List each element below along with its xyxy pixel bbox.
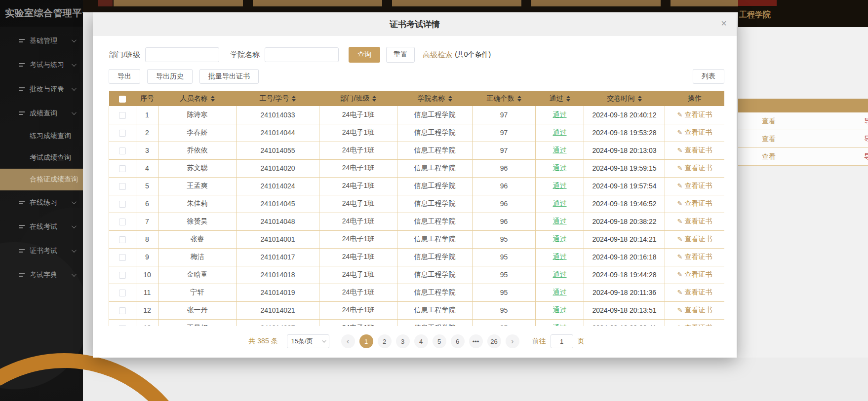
- page-button[interactable]: 5: [433, 334, 446, 348]
- action-cell: ✎查看证书: [665, 230, 725, 248]
- page-size-select[interactable]: 15条/页: [287, 334, 329, 348]
- row-checkbox[interactable]: [119, 290, 126, 296]
- row-checkbox[interactable]: [119, 147, 126, 154]
- sidebar-subitem[interactable]: 合格证成绩查询: [0, 169, 83, 190]
- row-checkbox[interactable]: [119, 325, 126, 326]
- next-page-button[interactable]: ›: [506, 334, 519, 348]
- pass-status-link[interactable]: 通过: [553, 164, 567, 172]
- sidebar-item[interactable]: 在线练习: [0, 190, 83, 215]
- view-certificate-link[interactable]: ✎查看证书: [677, 182, 712, 189]
- sidebar-item[interactable]: 批改与评卷: [0, 77, 83, 101]
- menu-lines-icon: [19, 110, 25, 116]
- more-pages-button[interactable]: •••: [469, 334, 483, 348]
- sort-icon[interactable]: [638, 96, 642, 102]
- pass-status-link[interactable]: 通过: [553, 270, 567, 278]
- sidebar-item[interactable]: 在线考试: [0, 215, 83, 239]
- action-cell: ✎查看证书: [665, 284, 725, 301]
- view-certificate-link[interactable]: ✎查看证书: [677, 324, 712, 326]
- batch-export-cert-button[interactable]: 批量导出证书: [199, 69, 259, 84]
- menu-lines-icon: [19, 62, 25, 68]
- menu-lines-icon: [19, 200, 25, 205]
- query-button[interactable]: 查询: [349, 47, 380, 63]
- page-button[interactable]: 1: [359, 334, 373, 348]
- page-button[interactable]: 6: [451, 334, 465, 348]
- sort-asc-icon: [211, 96, 215, 98]
- prev-page-button[interactable]: ‹: [341, 334, 355, 348]
- pass-status-link[interactable]: 通过: [553, 253, 567, 260]
- sort-asc-icon: [448, 96, 452, 98]
- sidebar-subitem[interactable]: 考试成绩查询: [0, 147, 83, 169]
- view-certificate-label: 查看证书: [684, 182, 712, 189]
- row-checkbox[interactable]: [119, 219, 126, 225]
- menu-lines-icon: [19, 38, 25, 43]
- sort-icon[interactable]: [292, 96, 296, 102]
- sort-icon[interactable]: [372, 96, 376, 102]
- pass-status-link[interactable]: 通过: [553, 324, 567, 326]
- sidebar-item[interactable]: 成绩查询: [0, 101, 83, 125]
- view-certificate-link[interactable]: ✎查看证书: [677, 128, 712, 136]
- pass-status-link[interactable]: 通过: [553, 306, 567, 314]
- view-certificate-link[interactable]: ✎查看证书: [677, 288, 712, 296]
- row-checkbox[interactable]: [119, 165, 126, 172]
- view-certificate-link[interactable]: ✎查看证书: [677, 217, 712, 225]
- row-checkbox[interactable]: [119, 112, 126, 119]
- row-select-cell: [109, 159, 136, 177]
- view-certificate-link[interactable]: ✎查看证书: [677, 306, 712, 314]
- pass-cell: 通过: [536, 213, 584, 230]
- pass-status-link[interactable]: 通过: [553, 217, 567, 225]
- pass-status-link[interactable]: 通过: [553, 288, 567, 296]
- row-select-cell: [109, 213, 136, 230]
- pass-cell: 通过: [536, 266, 584, 284]
- view-certificate-link[interactable]: ✎查看证书: [677, 199, 712, 207]
- sidebar-item[interactable]: 考试与练习: [0, 53, 83, 77]
- view-certificate-link[interactable]: ✎查看证书: [677, 164, 712, 172]
- sidebar-item[interactable]: 基础管理: [0, 29, 83, 53]
- row-checkbox[interactable]: [119, 130, 126, 137]
- college-name: 信息工程学院: [397, 319, 473, 326]
- submit-time: 2024-09-18 19:57:54: [584, 177, 665, 195]
- person-name: 梅洁: [158, 248, 237, 266]
- export-history-button[interactable]: 导出历史: [147, 69, 193, 84]
- export-button[interactable]: 导出: [109, 69, 140, 84]
- list-view-button[interactable]: 列表: [693, 69, 724, 84]
- advanced-search-link[interactable]: 高级检索: [423, 50, 452, 60]
- view-certificate-link[interactable]: ✎查看证书: [677, 253, 712, 260]
- sidebar-item[interactable]: 证书考试: [0, 239, 83, 263]
- view-certificate-label: 查看证书: [684, 128, 712, 136]
- goto-page-input[interactable]: [551, 334, 573, 348]
- pass-status-link[interactable]: 通过: [553, 146, 567, 154]
- row-checkbox[interactable]: [119, 201, 126, 208]
- reset-button[interactable]: 重置: [386, 47, 415, 63]
- pass-status-link[interactable]: 通过: [553, 199, 567, 207]
- page-button[interactable]: 4: [414, 334, 428, 348]
- background-link-fragment: 查看: [762, 152, 776, 161]
- sort-icon[interactable]: [448, 96, 452, 102]
- college-name-input[interactable]: [265, 47, 339, 62]
- row-checkbox[interactable]: [119, 236, 126, 243]
- view-certificate-link[interactable]: ✎查看证书: [677, 235, 712, 243]
- sort-icon[interactable]: [566, 96, 570, 102]
- row-checkbox[interactable]: [119, 272, 126, 279]
- dept-class: 24电子1班: [319, 230, 397, 248]
- sidebar-subitem[interactable]: 练习成绩查询: [0, 125, 83, 147]
- sort-icon[interactable]: [211, 96, 215, 102]
- page-button[interactable]: 3: [396, 334, 410, 348]
- row-checkbox[interactable]: [119, 183, 126, 190]
- page-button[interactable]: 2: [378, 334, 392, 348]
- row-checkbox[interactable]: [119, 307, 126, 314]
- dept-class-input[interactable]: [145, 47, 219, 62]
- row-index: 13: [136, 319, 158, 326]
- sort-icon[interactable]: [517, 96, 521, 102]
- select-all-checkbox[interactable]: [119, 96, 126, 103]
- sidebar-item[interactable]: 考试字典: [0, 263, 83, 287]
- view-certificate-link[interactable]: ✎查看证书: [677, 270, 712, 278]
- pass-status-link[interactable]: 通过: [553, 235, 567, 243]
- view-certificate-link[interactable]: ✎查看证书: [677, 146, 712, 154]
- pass-status-link[interactable]: 通过: [553, 182, 567, 189]
- row-checkbox[interactable]: [119, 254, 126, 261]
- close-icon[interactable]: ×: [721, 18, 727, 28]
- page-button[interactable]: 26: [487, 334, 501, 348]
- pass-status-link[interactable]: 通过: [553, 128, 567, 136]
- view-certificate-link[interactable]: ✎查看证书: [677, 110, 712, 118]
- pass-status-link[interactable]: 通过: [553, 110, 567, 118]
